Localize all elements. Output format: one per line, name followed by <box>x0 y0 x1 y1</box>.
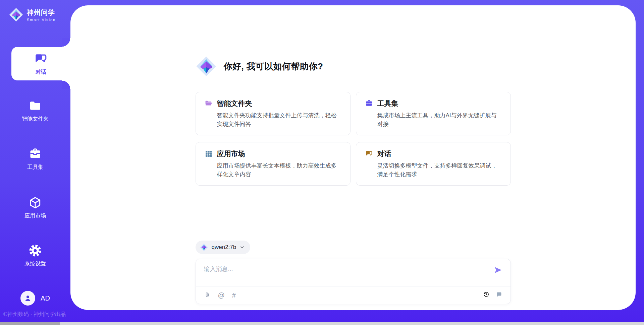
card-app-market[interactable]: 应用市场 应用市场提供丰富长文本模板，助力高效生成多样化文章内容 <box>196 142 351 186</box>
sidebar-item-label: 系统设置 <box>24 260 46 267</box>
card-smart-folder[interactable]: 智能文件夹 智能文件夹功能支持批量文件上传与清洗，轻松实现文件问答 <box>196 92 351 135</box>
brand-subtitle: Smart Vision <box>27 18 56 22</box>
person-icon <box>23 294 32 303</box>
scrollbar-thumb[interactable] <box>0 322 60 325</box>
sidebar-item-smart-folder[interactable]: 智能文件夹 <box>0 99 70 123</box>
sidebar-item-chat[interactable]: 对话 <box>11 47 70 80</box>
card-chat[interactable]: 对话 灵活切换多模型文件，支持多样回复效果调试，满足个性化需求 <box>356 142 511 186</box>
sidebar: 神州问学 Smart Vision 对话 智能文件夹 工具集 <box>0 0 70 325</box>
card-toolset[interactable]: 工具集 集成市场上主流工具，助力AI与外界无缝扩展与对接 <box>356 92 511 135</box>
folder-icon <box>29 99 42 113</box>
card-description: 集成市场上主流工具，助力AI与外界无缝扩展与对接 <box>365 111 502 129</box>
brand: 神州问学 Smart Vision <box>9 7 56 22</box>
folder-open-icon <box>205 100 213 108</box>
user-menu[interactable]: AD <box>0 291 70 306</box>
sidebar-item-label: 对话 <box>36 69 46 76</box>
greeting-title: 你好, 我可以如何帮助你? <box>224 61 323 72</box>
briefcase-icon <box>365 100 373 108</box>
assistant-logo-icon <box>196 56 217 77</box>
mention-icon[interactable]: @ <box>218 292 225 299</box>
history-icon[interactable] <box>483 291 490 299</box>
feature-cards: 智能文件夹 智能文件夹功能支持批量文件上传与清洗，轻松实现文件问答 工具集 集成… <box>196 92 511 186</box>
message-composer: @ # <box>196 259 511 304</box>
card-title: 对话 <box>377 149 391 158</box>
chat-icon <box>365 150 373 158</box>
tab-curve-bottom <box>62 80 70 89</box>
card-description: 灵活切换多模型文件，支持多样回复效果调试，满足个性化需求 <box>365 161 502 179</box>
card-title: 智能文件夹 <box>217 99 252 108</box>
send-icon[interactable] <box>494 266 502 274</box>
chat-icon <box>34 52 48 66</box>
card-description: 应用市场提供丰富长文本模板，助力高效生成多样化文章内容 <box>205 161 341 179</box>
sidebar-item-app-market[interactable]: 应用市场 <box>0 196 70 219</box>
tab-curve-top <box>62 38 70 47</box>
sidebar-item-label: 工具集 <box>27 164 43 171</box>
sidebar-item-settings[interactable]: 系统设置 <box>0 244 70 267</box>
brand-logo-icon <box>9 7 23 22</box>
main-panel: 你好, 我可以如何帮助你? 智能文件夹 智能文件夹功能支持批量文件上传与清洗，轻… <box>70 5 636 310</box>
sidebar-item-label: 应用市场 <box>24 212 46 219</box>
sidebar-item-toolset[interactable]: 工具集 <box>0 147 70 171</box>
gear-icon <box>29 244 42 257</box>
user-avatar <box>20 291 35 306</box>
model-selector[interactable]: qwen2:7b <box>196 241 251 254</box>
card-title: 工具集 <box>377 99 398 108</box>
hashtag-icon[interactable]: # <box>232 292 236 299</box>
briefcase-icon <box>29 147 42 161</box>
user-name: AD <box>41 295 50 302</box>
sidebar-item-label: 智能文件夹 <box>22 116 49 123</box>
attach-file-icon[interactable] <box>204 292 211 299</box>
message-input[interactable] <box>204 266 494 273</box>
card-title: 应用市场 <box>217 149 245 158</box>
chevron-down-icon <box>239 245 245 250</box>
horizontal-scrollbar <box>0 322 644 325</box>
brand-name: 神州问学 <box>27 8 56 17</box>
cube-icon <box>29 196 42 209</box>
grid-icon <box>205 150 213 158</box>
copyright-text: ©神州数码 · 神州问学出品 <box>3 311 66 318</box>
chat-history-icon[interactable] <box>496 291 502 299</box>
model-logo-icon <box>200 243 208 252</box>
card-description: 智能文件夹功能支持批量文件上传与清洗，轻松实现文件问答 <box>205 111 341 129</box>
model-name: qwen2:7b <box>212 244 236 251</box>
greeting: 你好, 我可以如何帮助你? <box>196 56 511 77</box>
